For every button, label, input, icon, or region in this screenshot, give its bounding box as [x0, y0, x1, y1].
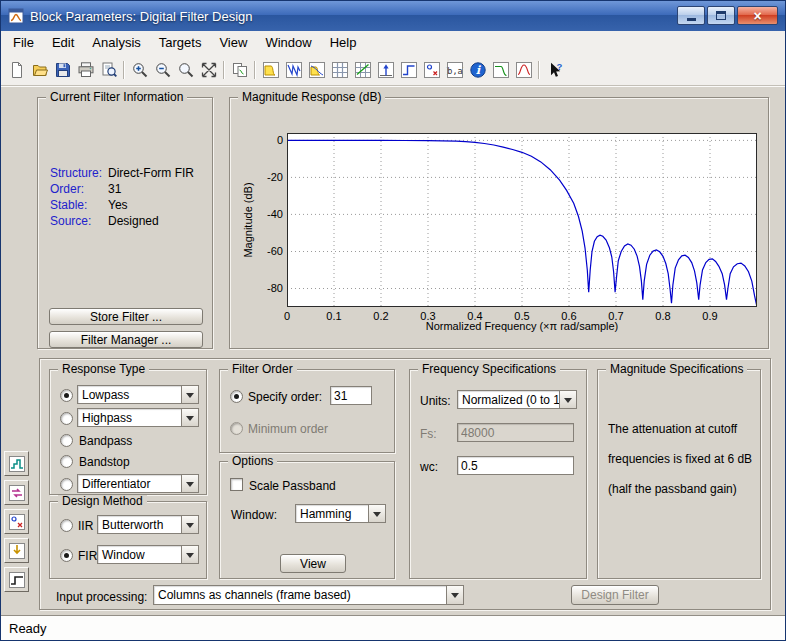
window-title: Block Parameters: Digital Filter Design	[30, 9, 253, 24]
print-preview-button[interactable]	[97, 57, 120, 82]
options-group: Options Scale Passband Window: Hamming V…	[219, 461, 395, 579]
print-icon	[77, 61, 95, 79]
chevron-down-icon[interactable]	[181, 546, 198, 563]
window-combo[interactable]: Hamming	[295, 504, 386, 523]
magnitude-response-group: Magnitude Response (dB) Magnitude (dB) N…	[229, 97, 769, 349]
filter-coefficients-button[interactable]: [b,a]	[443, 57, 466, 82]
minimize-button[interactable]	[677, 6, 705, 25]
maximize-icon	[716, 11, 726, 20]
pole-zero-editor-button[interactable]	[4, 509, 29, 534]
lowpass-combo[interactable]: Lowpass	[77, 385, 199, 404]
context-help-button[interactable]: ?	[543, 57, 566, 82]
save-button[interactable]	[51, 57, 74, 82]
frequency-specs-group: Frequency Specifications Units: Normaliz…	[409, 369, 587, 579]
phase-delay-button[interactable]	[351, 57, 374, 82]
fir-method-combo[interactable]: Window	[97, 545, 199, 564]
chevron-down-icon[interactable]	[559, 391, 576, 408]
scale-passband-checkbox[interactable]	[230, 478, 243, 491]
menu-analysis[interactable]: Analysis	[83, 32, 149, 53]
store-filter-button[interactable]: Store Filter ...	[49, 308, 203, 325]
stable-value: Yes	[108, 198, 128, 212]
lowpass-radio[interactable]	[60, 389, 73, 402]
options-title: Options	[228, 455, 277, 468]
menu-edit[interactable]: Edit	[43, 32, 83, 53]
x-tick-label: 0.8	[648, 310, 678, 322]
y-tick-label: -40	[250, 208, 283, 220]
wc-input[interactable]	[457, 456, 574, 475]
print-button[interactable]	[74, 57, 97, 82]
menu-window[interactable]: Window	[256, 32, 320, 53]
zoom-in-button[interactable]	[128, 57, 151, 82]
impulse-response-button[interactable]	[374, 57, 397, 82]
noise-power-spectrum-button[interactable]	[512, 57, 535, 82]
specify-order-radio[interactable]	[230, 390, 243, 403]
input-processing-combo[interactable]: Columns as channels (frame based)	[153, 585, 464, 605]
save-icon	[54, 61, 72, 79]
filter-manager-button[interactable]: Filter Manager ...	[49, 331, 203, 348]
structure-value: Direct-Form FIR	[108, 166, 194, 180]
toolbar-separator	[120, 59, 128, 81]
order-label: Order:	[50, 182, 84, 196]
differentiator-radio[interactable]	[60, 478, 73, 491]
set-quantization-button[interactable]	[4, 451, 29, 476]
filter-information-icon: i	[469, 61, 487, 79]
transform-filter-button[interactable]	[4, 480, 29, 505]
zoom-out-button[interactable]	[151, 57, 174, 82]
realize-model-button[interactable]	[4, 567, 29, 592]
pole-zero-plot-button[interactable]	[420, 57, 443, 82]
zoom-fit-button[interactable]	[197, 57, 220, 82]
chevron-down-icon[interactable]	[446, 586, 463, 604]
step-response-button[interactable]	[397, 57, 420, 82]
sidebar-toolbar	[4, 451, 31, 596]
import-filter-button[interactable]	[4, 538, 29, 563]
maximize-button[interactable]	[707, 6, 735, 25]
x-tick-label: 0.6	[554, 310, 584, 322]
chevron-down-icon[interactable]	[181, 409, 198, 426]
close-button[interactable]: ×	[737, 6, 778, 25]
titlebar[interactable]: Block Parameters: Digital Filter Design …	[1, 1, 785, 31]
specify-order-label: Specify order:	[248, 390, 322, 404]
chevron-down-icon[interactable]	[181, 386, 198, 403]
print-preview-icon	[100, 61, 118, 79]
menu-help[interactable]: Help	[321, 32, 366, 53]
magnitude-phase-response-button[interactable]	[305, 57, 328, 82]
magnitude-response-title: Magnitude Response (dB)	[238, 91, 385, 104]
pole-zero-editor-icon	[8, 513, 26, 531]
units-combo[interactable]: Normalized (0 to 1)	[457, 390, 577, 409]
design-filter-button[interactable]: Design Filter	[571, 585, 659, 605]
iir-method-combo[interactable]: Butterworth	[97, 515, 199, 534]
new-file-button[interactable]	[5, 57, 28, 82]
view-button[interactable]: View	[280, 554, 346, 573]
highpass-combo[interactable]: Highpass	[77, 408, 199, 427]
source-value: Designed	[108, 214, 159, 228]
print-to-figure-button[interactable]	[228, 57, 251, 82]
differentiator-combo[interactable]: Differentiator	[77, 474, 199, 493]
status-bar: Ready	[1, 615, 785, 640]
chevron-down-icon[interactable]	[181, 516, 198, 533]
phase-response-button[interactable]	[282, 57, 305, 82]
highpass-radio[interactable]	[60, 412, 73, 425]
magnitude-estimate-button[interactable]	[489, 57, 512, 82]
y-tick-label: -80	[250, 282, 283, 294]
window-controls: ×	[675, 6, 778, 25]
filter-information-button[interactable]: i	[466, 57, 489, 82]
magnitude-response-button[interactable]	[259, 57, 282, 82]
specify-order-input[interactable]	[330, 386, 372, 405]
x-tick-label: 0.4	[460, 310, 490, 322]
source-label: Source:	[50, 214, 91, 228]
chevron-down-icon[interactable]	[368, 505, 385, 522]
fs-input[interactable]	[457, 423, 574, 442]
menu-targets[interactable]: Targets	[150, 32, 211, 53]
group-delay-button[interactable]	[328, 57, 351, 82]
bandstop-radio[interactable]	[60, 455, 73, 468]
menu-view[interactable]: View	[210, 32, 256, 53]
fir-radio[interactable]	[60, 549, 73, 562]
minimum-order-radio[interactable]	[230, 422, 243, 435]
bandpass-radio[interactable]	[60, 434, 73, 447]
response-type-group: Response Type Lowpass Highpass Bandpass …	[49, 369, 207, 495]
full-view-button[interactable]	[174, 57, 197, 82]
menu-file[interactable]: File	[4, 32, 43, 53]
chevron-down-icon[interactable]	[181, 475, 198, 492]
iir-radio[interactable]	[60, 519, 73, 532]
open-file-button[interactable]	[28, 57, 51, 82]
